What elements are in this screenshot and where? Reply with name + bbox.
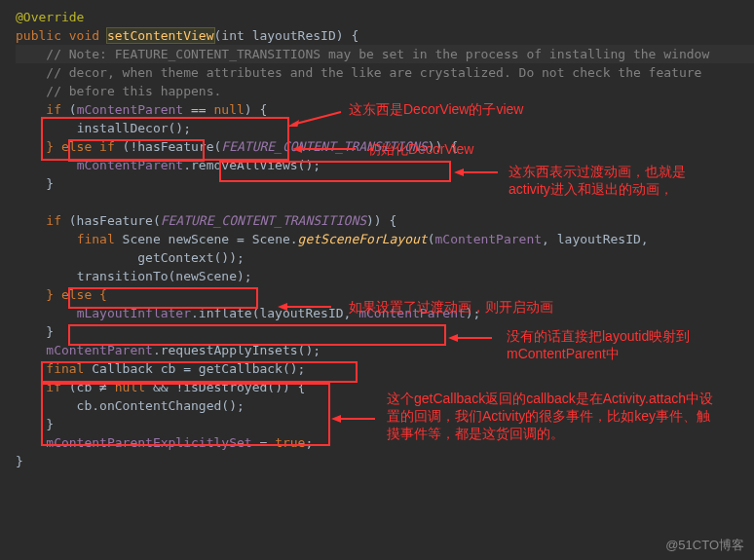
code-line: mContentParentExplicitlySet = true;	[16, 433, 754, 452]
code-line: // Note: FEATURE_CONTENT_TRANSITIONS may…	[16, 45, 754, 63]
code-line: if (hasFeature(FEATURE_CONTENT_TRANSITIO…	[16, 211, 754, 230]
code-line: transitionTo(newScene);	[16, 267, 754, 285]
code-line: } else {	[16, 285, 754, 304]
code-line: getContext());	[16, 248, 754, 267]
code-line: final Callback cb = getCallback();	[16, 359, 754, 378]
code-line: mContentParent.requestApplyInsets();	[16, 341, 754, 359]
code-line: public void setContentView(int layoutRes…	[16, 26, 754, 45]
watermark: @51CTO博客	[665, 536, 744, 554]
code-line: mContentParent.removeAllViews();	[16, 156, 754, 174]
code-line: mLayoutInflater.inflate(layoutResID, mCo…	[16, 304, 754, 322]
code-editor: @Override public void setContentView(int…	[0, 0, 754, 478]
code-line: if (mContentParent == null) {	[16, 100, 754, 119]
code-line: }	[16, 452, 754, 470]
code-line: // decor, when theme attributes and the …	[16, 63, 754, 82]
code-line: }	[16, 322, 754, 341]
method-name: setContentView	[107, 28, 214, 43]
code-line: }	[16, 415, 754, 433]
code-line: cb.onContentChanged();	[16, 396, 754, 415]
code-line: // before this happens.	[16, 82, 754, 100]
code-line: final Scene newScene = Scene.getSceneFor…	[16, 230, 754, 248]
code-line: installDecor();	[16, 119, 754, 137]
code-line: if (cb ≠ null && !isDestroyed()) {	[16, 378, 754, 396]
code-line: }	[16, 174, 754, 193]
code-line: } else if (!hasFeature(FEATURE_CONTENT_T…	[16, 137, 754, 156]
code-line	[16, 193, 754, 211]
code-line: @Override	[16, 8, 754, 26]
